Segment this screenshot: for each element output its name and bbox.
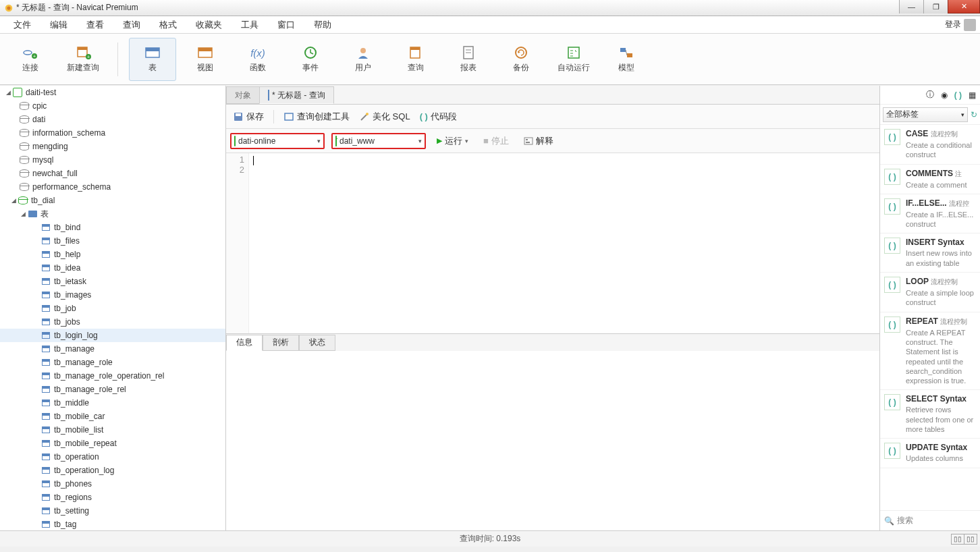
tree-table[interactable]: tb_manage_role_rel xyxy=(0,383,225,396)
toolbar-model[interactable]: 模型 xyxy=(603,38,650,81)
snippet-item[interactable]: ( )CASE 流程控制Create a conditional constru… xyxy=(880,125,980,165)
tree-table[interactable]: tb_mobile_repeat xyxy=(0,437,225,450)
tree-table[interactable]: tb_idea xyxy=(0,261,225,275)
tree-table[interactable]: tb_manage xyxy=(0,342,225,356)
snippet-item[interactable]: ( )REPEAT 流程控制Create A REPEAT construct.… xyxy=(880,312,980,391)
tree-db[interactable]: newchat_full xyxy=(0,167,225,180)
menu-edit[interactable]: 编辑 xyxy=(40,16,77,34)
menu-window[interactable]: 窗口 xyxy=(268,16,304,34)
toolbar-report[interactable]: 报表 xyxy=(445,38,492,81)
tree-db-active[interactable]: ◢ tb_dial xyxy=(0,194,225,207)
snippet-search[interactable]: 🔍 搜索 xyxy=(880,510,980,530)
explain-button[interactable]: 解释 xyxy=(520,134,557,148)
menu-file[interactable]: 文件 xyxy=(4,16,40,34)
tree-table[interactable]: tb_regions xyxy=(0,491,225,504)
menu-tools[interactable]: 工具 xyxy=(232,16,268,34)
tree-table[interactable]: tb_manage_role_operation_rel xyxy=(0,369,225,383)
toolbar-query[interactable]: 查询 xyxy=(392,38,439,81)
snippet-item[interactable]: ( )UPDATE Syntax Updates columns xyxy=(880,439,980,468)
layout-toggle-1[interactable]: ▯▯ xyxy=(951,534,964,545)
tree-table[interactable]: tb_middle xyxy=(0,396,225,410)
tree-table[interactable]: tb_tag xyxy=(0,518,225,530)
tree-db[interactable]: performance_schema xyxy=(0,180,225,194)
window-controls xyxy=(899,0,980,13)
table-icon xyxy=(268,90,269,100)
connection-dropdown[interactable]: dati-online ▾ xyxy=(230,133,325,149)
beautify-sql-button[interactable]: 美化 SQL xyxy=(356,109,413,124)
tree-table[interactable]: tb_job xyxy=(0,302,225,315)
menu-help[interactable]: 帮助 xyxy=(304,16,341,34)
menu-view[interactable]: 查看 xyxy=(77,16,113,34)
tree-table[interactable]: tb_operation xyxy=(0,450,225,464)
tab-objects[interactable]: 对象 xyxy=(226,86,260,104)
braces-icon: ( ) xyxy=(420,111,428,121)
close-button[interactable] xyxy=(948,0,980,13)
toolbar-view[interactable]: 视图 xyxy=(182,38,229,81)
tab-info[interactable]: 信息 xyxy=(226,335,263,351)
explain-icon xyxy=(524,136,533,146)
login-link[interactable]: 登录 xyxy=(945,19,961,30)
tree-table[interactable]: tb_bind xyxy=(0,221,225,234)
snippet-item[interactable]: ( )SELECT Syntax Retrieve rows selected … xyxy=(880,390,980,439)
stop-button[interactable]: ■ 停止 xyxy=(479,134,513,148)
tag-filter-dropdown[interactable]: 全部标签 ▾ xyxy=(883,107,968,122)
tree-table[interactable]: tb_operation_log xyxy=(0,464,225,477)
braces-icon[interactable]: ( ) xyxy=(954,90,962,100)
tree-table[interactable]: tb_images xyxy=(0,288,225,302)
tree-table[interactable]: tb_mobile_car xyxy=(0,410,225,423)
tab-status[interactable]: 状态 xyxy=(299,335,335,351)
tree-table[interactable]: tb_setting xyxy=(0,504,225,518)
restore-button[interactable] xyxy=(923,0,948,13)
tree-table[interactable]: tb_manage_role xyxy=(0,356,225,369)
tree-db[interactable]: mysql xyxy=(0,153,225,167)
query-builder-button[interactable]: 查询创建工具 xyxy=(281,109,352,124)
database-dropdown[interactable]: dati_www ▾ xyxy=(331,133,426,149)
save-button[interactable]: 保存 xyxy=(230,109,267,124)
menu-format[interactable]: 格式 xyxy=(150,16,186,34)
refresh-snippets-icon[interactable]: ↻ xyxy=(971,110,977,119)
tree-folder-tables[interactable]: ◢ 表 xyxy=(0,207,225,221)
snippet-list[interactable]: ( )CASE 流程控制Create a conditional constru… xyxy=(880,125,980,510)
toolbar-connect[interactable]: +连接 xyxy=(7,38,54,81)
menu-favorites[interactable]: 收藏夹 xyxy=(186,16,232,34)
grid-icon[interactable]: ▦ xyxy=(969,90,976,100)
snippet-item[interactable]: ( )INSERT Syntax Insert new rows into an… xyxy=(880,233,980,273)
code-snippet-button[interactable]: ( ) 代码段 xyxy=(417,109,460,124)
toolbar-function[interactable]: f(x)函数 xyxy=(234,38,281,81)
run-button[interactable]: ▶ 运行 ▾ xyxy=(433,134,472,148)
tab-profile[interactable]: 剖析 xyxy=(263,335,299,351)
tree-table[interactable]: tb_phones xyxy=(0,477,225,491)
tab-query-untitled[interactable]: * 无标题 - 查询 xyxy=(259,86,334,104)
minimize-button[interactable] xyxy=(899,0,923,13)
tree-db[interactable]: cpic xyxy=(0,99,225,113)
snippet-item[interactable]: ( )IF...ELSE... 流程控Create a IF...ELSE...… xyxy=(880,194,980,234)
toolbar-table[interactable]: 表 xyxy=(129,38,176,81)
database-icon xyxy=(335,136,337,146)
sql-editor[interactable]: 1 2 xyxy=(226,153,879,333)
layout-toggle-2[interactable]: ▯▯ xyxy=(964,534,977,545)
tree-table[interactable]: tb_jobs xyxy=(0,315,225,329)
info-icon[interactable]: ⓘ xyxy=(926,89,934,101)
snippet-item[interactable]: ( )LOOP 流程控制Create a simple loop constru… xyxy=(880,273,980,312)
menu-query[interactable]: 查询 xyxy=(113,16,150,34)
tree-table[interactable]: tb_login_log xyxy=(0,329,225,342)
tree-db[interactable]: information_schema xyxy=(0,126,225,140)
toolbar-backup[interactable]: 备份 xyxy=(497,38,545,81)
tree-db[interactable]: dati xyxy=(0,113,225,126)
toolbar-new-query[interactable]: +新建查询 xyxy=(59,38,107,81)
tree-table[interactable]: tb_ietask xyxy=(0,275,225,288)
tree-connection[interactable]: ◢ daiti-test xyxy=(0,86,225,99)
tree-table[interactable]: tb_help xyxy=(0,248,225,261)
connection-tree[interactable]: ◢ daiti-test cpicdatiinformation_schemam… xyxy=(0,86,226,530)
toolbar-autorun[interactable]: 自动运行 xyxy=(550,38,597,81)
tree-db[interactable]: mengding xyxy=(0,140,225,153)
toolbar-user[interactable]: 用户 xyxy=(339,38,387,81)
svg-rect-6 xyxy=(78,47,87,50)
eye-icon[interactable]: ◉ xyxy=(941,90,948,100)
tree-table[interactable]: tb_files xyxy=(0,234,225,248)
titlebar: * 无标题 - 查询 - Navicat Premium xyxy=(0,0,980,16)
snippet-item[interactable]: ( )COMMENTS 注Create a comment xyxy=(880,165,980,194)
avatar-icon[interactable] xyxy=(964,19,976,31)
tree-table[interactable]: tb_mobile_list xyxy=(0,423,225,437)
toolbar-event[interactable]: 事件 xyxy=(287,38,334,81)
